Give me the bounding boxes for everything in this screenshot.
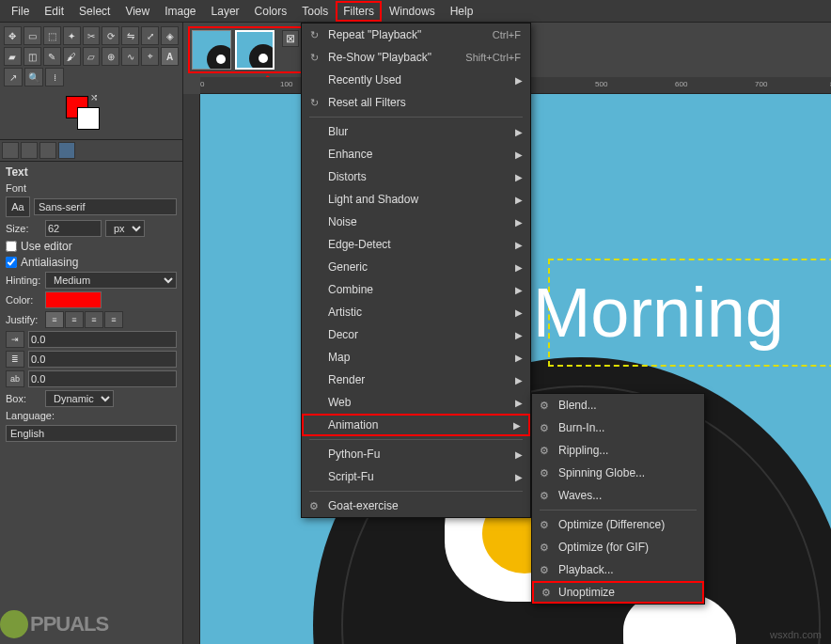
- menu-item-label: Web: [328, 396, 351, 409]
- menu-item-enhance[interactable]: Enhance▶: [302, 143, 530, 165]
- chevron-right-icon: ▶: [515, 262, 523, 273]
- text-color-swatch[interactable]: [45, 291, 102, 308]
- indent-input[interactable]: [28, 331, 177, 348]
- menu-item-label: Repeat "Playback": [328, 28, 421, 41]
- menu-item-optimize-difference-[interactable]: ⚙Optimize (Difference): [532, 513, 704, 536]
- use-editor-checkbox[interactable]: [6, 241, 17, 252]
- menubar-item-windows[interactable]: Windows: [382, 1, 443, 22]
- letter-spacing-input[interactable]: [28, 370, 177, 387]
- justify-fill-button[interactable]: ≡: [104, 311, 123, 328]
- language-input[interactable]: [6, 425, 177, 442]
- justify-right-button[interactable]: ≡: [65, 311, 84, 328]
- menu-item-blur[interactable]: Blur▶: [302, 120, 530, 143]
- tool-zoom[interactable]: 🔍: [24, 68, 43, 86]
- menu-item-repeat-playback-[interactable]: ↻Repeat "Playback"Ctrl+F: [302, 24, 530, 46]
- tool-paths[interactable]: ⌖: [141, 47, 159, 66]
- tab-images[interactable]: [58, 142, 75, 159]
- menu-item-playback-[interactable]: ⚙Playback...: [532, 558, 704, 581]
- menu-item-noise[interactable]: Noise▶: [302, 211, 530, 233]
- tool-move[interactable]: ✥: [4, 26, 22, 45]
- tool-gradient[interactable]: ◫: [24, 47, 41, 66]
- justify-center-button[interactable]: ≡: [85, 311, 103, 328]
- tool-crop[interactable]: ✂: [83, 26, 101, 45]
- menu-item-label: Burn-In...: [558, 421, 604, 434]
- tool-picker[interactable]: ⁞: [45, 68, 64, 86]
- menu-item-goat-exercise[interactable]: ⚙Goat-exercise: [302, 495, 530, 517]
- menubar-item-image[interactable]: Image: [157, 1, 203, 22]
- menu-item-optimize-for-gif-[interactable]: ⚙Optimize (for GIF): [532, 536, 704, 558]
- box-select[interactable]: Dynamic: [45, 390, 114, 407]
- menu-item-edge-detect[interactable]: Edge-Detect▶: [302, 233, 530, 256]
- menu-item-script-fu[interactable]: Script-Fu▶: [302, 465, 530, 488]
- menu-item-distorts[interactable]: Distorts▶: [302, 165, 530, 188]
- menu-item-web[interactable]: Web▶: [302, 391, 530, 414]
- background-color[interactable]: [77, 107, 100, 130]
- menu-item-burn-in-[interactable]: ⚙Burn-In...: [532, 416, 704, 439]
- menubar-item-filters[interactable]: Filters: [336, 1, 382, 22]
- menu-item-map[interactable]: Map▶: [302, 346, 530, 369]
- justify-left-button[interactable]: ≡: [45, 311, 64, 328]
- font-preview[interactable]: Aa: [6, 196, 30, 217]
- tab-history[interactable]: [39, 142, 56, 159]
- menu-separator: [309, 439, 523, 440]
- menubar-item-select[interactable]: Select: [71, 1, 118, 22]
- menu-item-reset-all-filters[interactable]: ↻Reset all Filters: [302, 91, 530, 114]
- menubar-item-file[interactable]: File: [4, 1, 37, 22]
- canvas-text-morning[interactable]: Morning: [533, 273, 784, 353]
- tool-free-select[interactable]: ⬚: [43, 26, 61, 45]
- menubar-item-layer[interactable]: Layer: [204, 1, 247, 22]
- tool-rect-select[interactable]: ▭: [24, 26, 41, 45]
- menu-item-animation[interactable]: Animation▶: [302, 414, 530, 436]
- chevron-right-icon: ▶: [515, 353, 523, 363]
- tool-rotate[interactable]: ⟳: [102, 26, 119, 45]
- menu-item-spinning-globe-[interactable]: ⚙Spinning Globe...: [532, 462, 704, 484]
- tool-fuzzy-select[interactable]: ✦: [63, 26, 81, 45]
- hinting-select[interactable]: Medium: [45, 272, 177, 289]
- menubar-item-view[interactable]: View: [118, 1, 157, 22]
- document-close-button[interactable]: ⊠: [282, 30, 299, 47]
- font-input[interactable]: [34, 198, 177, 215]
- tool-flip[interactable]: ⇋: [121, 26, 139, 45]
- size-input[interactable]: [45, 220, 102, 237]
- tool-pencil[interactable]: ✎: [43, 47, 61, 66]
- menu-item-combine[interactable]: Combine▶: [302, 278, 530, 301]
- tool-measure[interactable]: ↗: [4, 68, 23, 86]
- tool-scale[interactable]: ⤢: [141, 26, 159, 45]
- tool-eraser[interactable]: ▱: [83, 47, 101, 66]
- menu-item-waves-[interactable]: ⚙Waves...: [532, 484, 704, 507]
- tool-bucket[interactable]: ▰: [4, 47, 22, 66]
- menu-item-render[interactable]: Render▶: [302, 369, 530, 391]
- menubar-item-help[interactable]: Help: [443, 1, 481, 22]
- line-spacing-input[interactable]: [28, 351, 177, 368]
- chevron-right-icon: ▶: [515, 285, 523, 295]
- menubar-item-colors[interactable]: Colors: [247, 1, 295, 22]
- menu-item-decor[interactable]: Decor▶: [302, 323, 530, 346]
- menu-item-unoptimize[interactable]: ⚙Unoptimize: [532, 581, 704, 604]
- menu-item-recently-used[interactable]: Recently Used▶: [302, 69, 530, 91]
- gear-icon: ⚙: [538, 518, 551, 531]
- size-unit-select[interactable]: px: [105, 220, 145, 237]
- menu-item-light-and-shadow[interactable]: Light and Shadow▶: [302, 188, 530, 211]
- tool-text[interactable]: A: [161, 47, 179, 66]
- tool-smudge[interactable]: ∿: [121, 47, 139, 66]
- menu-item-generic[interactable]: Generic▶: [302, 256, 530, 278]
- menubar-item-edit[interactable]: Edit: [37, 1, 71, 22]
- menu-item-re-show-playback-[interactable]: ↻Re-Show "Playback"Shift+Ctrl+F: [302, 46, 530, 69]
- vertical-ruler[interactable]: [183, 94, 200, 644]
- left-panel: ✥ ▭ ⬚ ✦ ✂ ⟳ ⇋ ⤢ ◈ ▰ ◫ ✎ 🖌 ▱ ⊕ ∿ ⌖ A: [0, 23, 183, 644]
- document-thumb-2[interactable]: [235, 30, 274, 70]
- swap-colors-icon[interactable]: ⤭: [90, 92, 98, 102]
- menu-item-artistic[interactable]: Artistic▶: [302, 301, 530, 323]
- menu-item-python-fu[interactable]: Python-Fu▶: [302, 443, 530, 465]
- tab-tool-options[interactable]: [2, 142, 19, 159]
- tool-brush[interactable]: 🖌: [63, 47, 81, 66]
- tool-warp[interactable]: ◈: [161, 26, 179, 45]
- tab-device[interactable]: [21, 142, 38, 159]
- menu-item-rippling-[interactable]: ⚙Rippling...: [532, 439, 704, 462]
- menubar-item-tools[interactable]: Tools: [294, 1, 336, 22]
- chevron-right-icon: ▶: [515, 240, 523, 250]
- antialiasing-checkbox[interactable]: [6, 257, 17, 268]
- tool-clone[interactable]: ⊕: [102, 47, 119, 66]
- document-thumb-1[interactable]: [192, 30, 231, 70]
- menu-item-blend-[interactable]: ⚙Blend...: [532, 394, 704, 416]
